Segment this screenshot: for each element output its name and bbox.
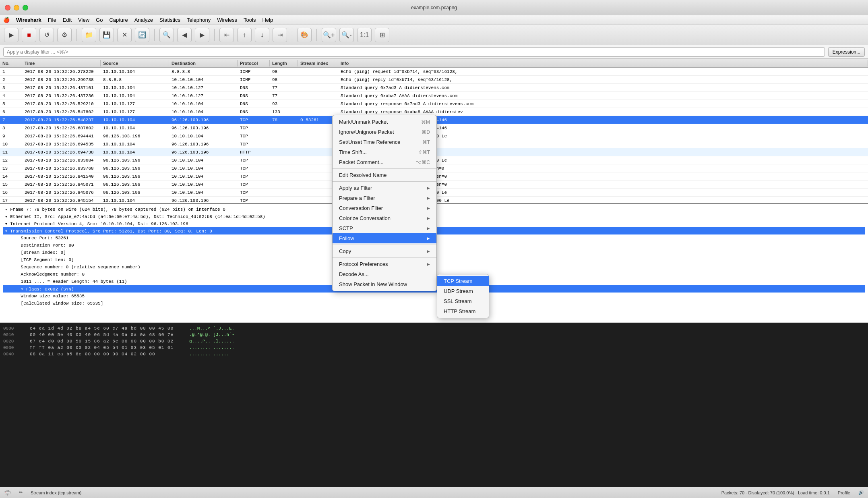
packet-row[interactable]: 2 2017-08-20 15:32:26.299738 8.8.8.8 10.… [0,76,868,84]
goto-prev-btn[interactable]: ↑ [237,28,252,42]
context-menu-item[interactable]: Copy ▶ [333,246,436,256]
titlebar: example.com.pcapng [0,0,868,15]
menu-shortcut: ⌥⌘C [416,160,430,165]
packet-row[interactable]: 5 2017-08-20 15:32:26.529210 10.10.10.12… [0,100,868,108]
menu-item-label: Ignore/Unignore Packet [339,129,394,135]
context-menu-item[interactable]: Ignore/Unignore Packet ⌘D [333,127,436,137]
zoom-in-btn[interactable]: 🔍+ [322,28,336,42]
zoom-out-btn[interactable]: 🔍- [339,28,354,42]
col-header-protocol: Protocol [238,60,270,66]
menu-item-label: Time Shift... [339,149,367,155]
menu-item-label: Protocol Preferences [339,261,388,267]
follow-submenu-item[interactable]: SSL Stream [437,296,489,306]
context-menu-item[interactable]: Conversation Filter ▶ [333,203,436,213]
expression-btn[interactable]: Expression... [828,47,865,57]
goto-last-btn[interactable]: ⇥ [273,28,287,42]
menu-file[interactable]: File [48,17,56,23]
traffic-lights[interactable] [5,5,28,10]
back-btn[interactable]: ◀ [177,28,192,42]
follow-submenu-item[interactable]: HTTP Stream [437,306,489,316]
menu-item-label: Copy [339,248,351,254]
options-btn[interactable]: ⚙ [57,28,72,42]
hex-pane: 0000c4 ea 1d 4d 02 b8 a4 5e 60 e7 4a bd … [0,323,868,487]
hex-row: 0030ff ff 0a a2 00 00 02 04 05 b4 01 03 … [3,344,865,351]
context-menu-item[interactable]: Packet Comment... ⌥⌘C [333,157,436,167]
menu-separator [333,257,436,258]
context-menu-item[interactable]: Mark/Unmark Packet ⌘M [333,117,436,127]
packet-row[interactable]: 1 2017-08-20 15:32:26.278220 10.10.10.10… [0,68,868,76]
hex-row: 004008 0a 11 ca b5 8c 00 00 00 00 04 02 … [3,351,865,357]
packets-info: Packets: 70 · Displayed: 70 (100.0%) · L… [721,490,830,495]
find-btn[interactable]: 🔍 [159,28,174,42]
separator4 [292,29,292,41]
submenu-arrow: ▶ [427,262,430,266]
close-button[interactable] [5,5,10,10]
resize-columns-btn[interactable]: ⊞ [375,28,389,42]
hex-row: 001000 40 00 5e 40 00 40 06 5d 4a 0a 0a … [3,332,865,338]
detail-row[interactable]: Window size value: 65535 [3,293,865,300]
colorize-btn[interactable]: 🎨 [297,28,312,42]
context-menu-item[interactable]: Decode As... [333,269,436,279]
profile-label: Profile [838,490,850,495]
context-menu-item[interactable]: Set/Unset Time Reference ⌘T [333,137,436,147]
hex-row: 002067 c4 d0 0d 00 50 15 86 a2 6c 00 00 … [3,338,865,344]
app-name[interactable]: Wireshark [16,17,41,23]
context-menu-item[interactable]: Show Packet in New Window [333,279,436,289]
submenu-arrow: ▶ [427,236,430,241]
menu-analyze[interactable]: Analyze [134,17,153,23]
zoom-normal-btn[interactable]: 1:1 [357,28,372,42]
menu-wireless[interactable]: Wireless [217,17,237,23]
close-btn[interactable]: ✕ [117,28,132,42]
menu-telephony[interactable]: Telephony [187,17,211,23]
packet-row[interactable]: 4 2017-08-20 15:32:26.437236 10.10.10.10… [0,92,868,100]
zoom-button[interactable] [23,5,28,10]
menu-shortcut: ⇧⌘T [418,149,430,155]
submenu-arrow: ▶ [427,226,430,230]
follow-submenu-item[interactable]: TCP Stream [437,276,489,286]
window-title: example.com.pcapng [411,5,457,10]
context-menu-item[interactable]: Edit Resolved Name [333,170,436,180]
follow-submenu: TCP StreamUDP StreamSSL StreamHTTP Strea… [437,274,489,318]
menu-tools[interactable]: Tools [244,17,256,23]
menu-view[interactable]: View [78,17,89,23]
context-menu: Mark/Unmark Packet ⌘M Ignore/Unignore Pa… [332,115,437,291]
context-menu-item[interactable]: Protocol Preferences ▶ [333,259,436,269]
context-menu-item[interactable]: Prepare a Filter ▶ [333,193,436,203]
open-btn[interactable]: 📁 [82,28,96,42]
menu-item-label: Apply as Filter [339,185,372,191]
reload-btn[interactable]: 🔄 [135,28,149,42]
apple-menu[interactable]: 🍎 [3,17,10,23]
detail-row[interactable]: [Calculated window size: 65535] [3,300,865,307]
menu-separator [333,245,436,245]
context-menu-item[interactable]: SCTP ▶ [333,223,436,233]
goto-next-btn[interactable]: ↓ [255,28,269,42]
hex-row: 0000c4 ea 1d 4d 02 b8 a4 5e 60 e7 4a bd … [3,325,865,332]
stream-index-label: Stream index (tcp.stream) [31,490,82,495]
start-capture-btn[interactable]: ▶ [4,28,19,42]
goto-first-btn[interactable]: ⇤ [219,28,234,42]
packet-row[interactable]: 3 2017-08-20 15:32:26.437101 10.10.10.10… [0,84,868,92]
menu-item-label: Packet Comment... [339,159,384,165]
minimize-button[interactable] [14,5,19,10]
context-menu-item[interactable]: Colorize Conversation ▶ [333,213,436,223]
menu-help[interactable]: Help [262,17,273,23]
context-menu-item[interactable]: Follow ▶ [333,233,436,243]
stop-capture-btn[interactable]: ■ [22,28,36,42]
follow-submenu-item[interactable]: UDP Stream [437,286,489,296]
menu-edit[interactable]: Edit [63,17,72,23]
filter-input[interactable] [3,47,825,57]
forward-btn[interactable]: ▶ [195,28,209,42]
col-header-length: Length [270,60,298,66]
context-menu-item[interactable]: Time Shift... ⇧⌘T [333,147,436,157]
hex-rows: 0000c4 ea 1d 4d 02 b8 a4 5e 60 e7 4a bd … [3,325,865,357]
context-menu-item[interactable]: Apply as Filter ▶ [333,183,436,193]
toolbar: ▶ ■ ↺ ⚙ 📁 💾 ✕ 🔄 🔍 ◀ ▶ ⇤ ↑ ↓ ⇥ 🎨 🔍+ 🔍- 1:… [0,25,868,45]
menu-go[interactable]: Go [96,17,103,23]
col-header-destination: Destination [169,60,238,66]
restart-capture-btn[interactable]: ↺ [39,28,54,42]
menu-separator [333,168,436,169]
save-btn[interactable]: 💾 [99,28,114,42]
menu-capture[interactable]: Capture [109,17,128,23]
menu-statistics[interactable]: Statistics [159,17,180,23]
menu-separator [333,181,436,182]
